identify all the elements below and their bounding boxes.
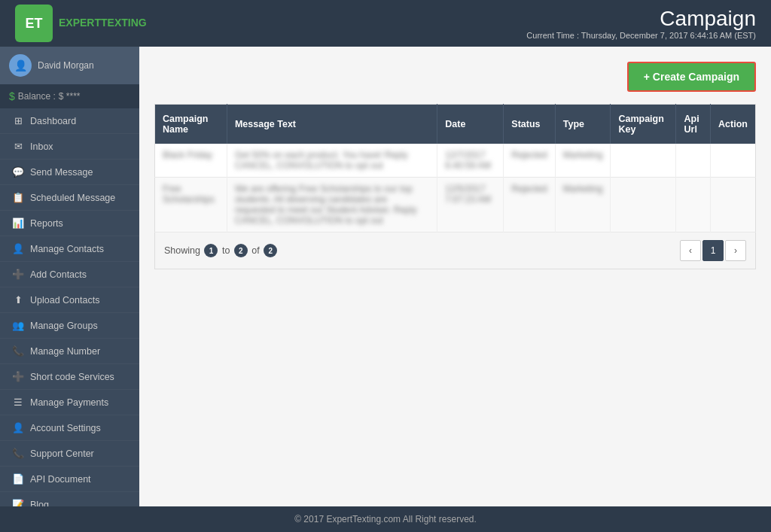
cell-status: Rejected [504,144,555,178]
manage-contacts-icon: 👤 [12,243,24,254]
col-date: Date [437,105,504,144]
sidebar-item-dashboard[interactable]: ⊞Dashboard [0,108,139,134]
inbox-icon: ✉ [12,141,24,152]
page-to: 2 [234,244,248,257]
footer: © 2017 ExpertTexting.com All Right reser… [0,506,771,532]
cell-api_url [676,178,711,233]
logo-area: ET EXPERTTEXTING [15,5,147,42]
sidebar-item-label: API Document [30,474,91,485]
sidebar-item-label: Add Contacts [30,269,87,280]
cell-status: Rejected [504,178,555,233]
col-campaign-name: Campaign Name [155,105,227,144]
pagination-page-1[interactable]: 1 [702,240,724,261]
col-action: Action [711,105,756,144]
sidebar-user: 👤 David Morgan [0,47,139,84]
sidebar-item-label: Manage Contacts [30,244,104,254]
table-row: Free ScholarshipsWe are offering Free Sc… [155,178,756,233]
pagination-controls: ‹ 1 › [680,240,746,261]
table-body: Black FridayGet 50% on each product. You… [155,144,756,233]
sidebar-item-account-settings[interactable]: 👤Account Settings [0,415,139,441]
header-right: Campaign Current Time : Thursday, Decemb… [526,7,756,40]
sidebar-item-label: Manage Number [30,346,100,357]
send-message-icon: 💬 [12,166,24,178]
toolbar: + Create Campaign [154,62,756,92]
sidebar-item-label: Scheduled Message [30,193,115,203]
table-header: Campaign NameMessage TextDateStatusTypeC… [155,105,756,144]
current-time: Current Time : Thursday, December 7, 201… [526,31,756,40]
user-name: David Morgan [38,60,94,71]
manage-payments-icon: ☰ [12,397,24,408]
dashboard-icon: ⊞ [12,115,24,126]
cell-campaign_name: Free Scholarships [155,178,227,233]
sidebar-item-add-contacts[interactable]: ➕Add Contacts [0,262,139,287]
cell-type: Marketing [555,144,611,178]
footer-text: © 2017 ExpertTexting.com All Right reser… [294,514,477,524]
pagination-row: Showing 1 to 2 of 2 ‹ 1 › [154,233,756,269]
col-campaign-key: Campaign Key [611,105,676,144]
sidebar-item-label: Short code Services [30,372,114,382]
sidebar-item-blog[interactable]: 📝Blog [0,492,139,506]
page-title: Campaign [526,7,756,31]
sidebar-item-label: Dashboard [30,116,76,126]
col-status: Status [504,105,555,144]
page-from: 1 [204,244,218,257]
cell-type: Marketing [555,178,611,233]
showing-text: Showing 1 to 2 of 2 [164,244,279,257]
sidebar-item-label: Manage Payments [30,397,108,408]
upload-contacts-icon: ⬆ [12,294,24,306]
sidebar-item-send-message[interactable]: 💬Send Message [0,160,139,185]
reports-icon: 📊 [12,217,24,229]
sidebar-balance: $ Balance : $ **** [0,84,139,108]
sidebar-item-scheduled-message[interactable]: 📋Scheduled Message [0,185,139,211]
sidebar-item-support-center[interactable]: 📞Support Center [0,441,139,467]
campaign-table: Campaign NameMessage TextDateStatusTypeC… [154,104,756,233]
sidebar-item-upload-contacts[interactable]: ⬆Upload Contacts [0,287,139,313]
dollar-icon: $ [9,90,15,102]
sidebar-item-manage-number[interactable]: 📞Manage Number [0,339,139,364]
api-document-icon: 📄 [12,473,24,485]
cell-api_url [676,144,711,178]
sidebar-item-reports[interactable]: 📊Reports [0,211,139,236]
col-message-text: Message Text [227,105,437,144]
sidebar-item-label: Reports [30,218,63,229]
cell-campaign_key [611,178,676,233]
col-type: Type [555,105,611,144]
cell-date: 12/5/2017 7:07:23 AM [437,178,504,233]
sidebar-item-label: Blog [30,500,49,507]
cell-campaign_name: Black Friday [155,144,227,178]
cell-date: 12/7/2017 6:40:59 AM [437,144,504,178]
sidebar-item-label: Manage Groups [30,321,98,331]
cell-action [711,144,756,178]
cell-campaign_key [611,144,676,178]
create-campaign-button[interactable]: + Create Campaign [627,62,756,92]
sidebar-item-label: Inbox [30,141,53,152]
sidebar-item-manage-payments[interactable]: ☰Manage Payments [0,390,139,415]
cell-action [711,178,756,233]
sidebar-item-manage-contacts[interactable]: 👤Manage Contacts [0,236,139,262]
short-code-icon: ➕ [12,371,24,382]
sidebar-item-inbox[interactable]: ✉Inbox [0,134,139,160]
support-center-icon: 📞 [12,448,24,459]
content-area: + Create Campaign Campaign NameMessage T… [139,47,771,506]
cell-message_text: We are offering Free Scholarships to our… [227,178,437,233]
pagination-prev[interactable]: ‹ [680,240,701,261]
sidebar: 👤 David Morgan $ Balance : $ **** ⊞Dashb… [0,47,139,506]
col-api-url: Api Url [676,105,711,144]
manage-number-icon: 📞 [12,345,24,357]
sidebar-item-label: Support Center [30,448,94,459]
manage-groups-icon: 👥 [12,320,24,331]
header: ET EXPERTTEXTING Campaign Current Time :… [0,0,771,47]
blog-icon: 📝 [12,499,24,506]
logo-icon: ET [15,5,53,42]
sidebar-item-manage-groups[interactable]: 👥Manage Groups [0,313,139,339]
pagination-next[interactable]: › [725,240,746,261]
sidebar-item-label: Account Settings [30,423,101,433]
sidebar-item-api-document[interactable]: 📄API Document [0,467,139,492]
table-row: Black FridayGet 50% on each product. You… [155,144,756,178]
sidebar-item-label: Send Message [30,167,93,178]
account-settings-icon: 👤 [12,422,24,433]
sidebar-item-short-code[interactable]: ➕Short code Services [0,364,139,390]
add-contacts-icon: ➕ [12,269,24,280]
scheduled-message-icon: 📋 [12,192,24,203]
cell-message_text: Get 50% on each product. You have! Reply… [227,144,437,178]
